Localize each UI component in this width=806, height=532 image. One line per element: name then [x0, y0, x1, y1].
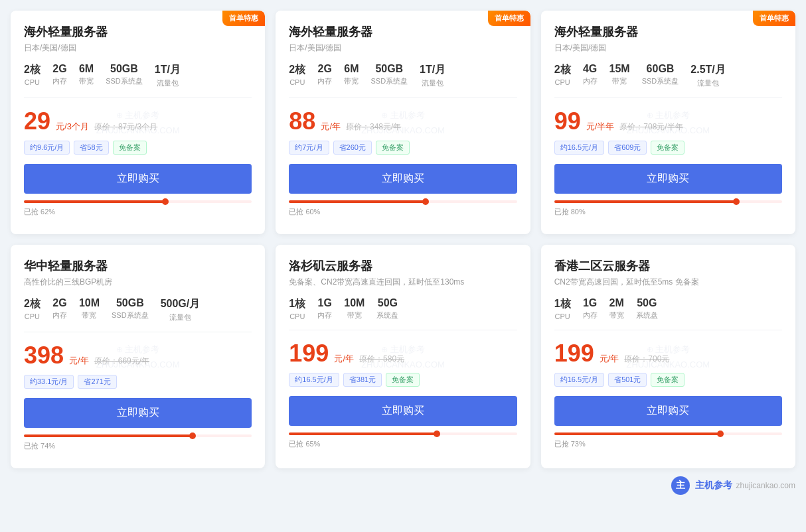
spec-label-3-0: CPU: [554, 78, 570, 86]
progress-container-4: 已抢 74%: [24, 434, 252, 451]
tag-5-1: 省381元: [343, 373, 382, 387]
spec-item-3-0: 2核 CPU: [554, 63, 571, 88]
spec-item-1-0: 2核 CPU: [24, 63, 40, 88]
spec-value-6-2: 2M: [609, 297, 624, 309]
progress-label-1: 已抢 62%: [24, 207, 252, 217]
spec-value-3-1: 4G: [583, 63, 597, 75]
progress-container-5: 已抢 65%: [289, 432, 517, 449]
spec-label-2-0: CPU: [289, 78, 305, 86]
spec-item-6-0: 1核 CPU: [554, 297, 571, 320]
spec-label-4-0: CPU: [25, 312, 40, 320]
tags-row-1: 约9.6元/月省58元免备案: [24, 141, 252, 155]
spec-item-4-2: 10M 带宽: [79, 297, 100, 322]
tag-3-2: 免备案: [651, 141, 685, 155]
tags-row-5: 约16.5元/月省381元免备案: [289, 373, 517, 387]
price-main-5: 199: [289, 340, 329, 367]
progress-fill-2: [289, 200, 426, 203]
spec-label-6-0: CPU: [554, 312, 570, 320]
tag-3-0: 约16.5元/月: [554, 141, 604, 155]
spec-label-3-4: 流量包: [697, 78, 719, 88]
specs-row-3: 2核 CPU 4G 内存 15M 带宽 60GB SSD系统盘 2.5T/月 流…: [554, 63, 782, 88]
card-subtitle-6: CN2带宽高速回国，延时低至5ms 免备案: [554, 277, 782, 288]
price-main-1: 29: [24, 107, 50, 135]
price-main-2: 88: [289, 107, 315, 135]
price-row-1: 29 元/3个月 原价：87元/3个月: [24, 107, 252, 135]
spec-item-3-2: 15M 带宽: [609, 63, 630, 88]
spec-value-5-3: 50G: [378, 297, 398, 309]
buy-button-2[interactable]: 立即购买: [289, 164, 517, 194]
progress-container-6: 已抢 73%: [554, 432, 782, 449]
spec-label-6-3: 系统盘: [636, 310, 658, 320]
tags-row-6: 约16.5元/月省501元免备案: [554, 373, 782, 387]
spec-item-5-3: 50G 系统盘: [376, 297, 398, 320]
spec-item-3-3: 60GB SSD系统盘: [642, 63, 679, 88]
spec-item-2-1: 2G 内存: [317, 63, 332, 88]
spec-item-1-2: 6M 带宽: [79, 63, 94, 88]
price-unit-3: 元/半年: [586, 121, 615, 133]
price-original-6: 原价：700元: [624, 354, 669, 365]
card-title-6: 香港二区云服务器: [554, 258, 782, 274]
spec-label-1-4: 流量包: [157, 78, 179, 88]
spec-value-5-1: 1G: [318, 297, 332, 309]
tag-2-0: 约7元/月: [289, 141, 329, 155]
specs-row-1: 2核 CPU 2G 内存 6M 带宽 50GB SSD系统盘 1T/月 流量包: [24, 63, 252, 88]
product-card-6: 香港二区云服务器 CN2带宽高速回国，延时低至5ms 免备案 1核 CPU 1G…: [541, 245, 795, 468]
progress-dot-1: [162, 198, 169, 205]
spec-value-4-2: 10M: [79, 297, 100, 309]
spec-value-2-3: 50GB: [375, 63, 403, 75]
spec-value-1-0: 2核: [24, 63, 40, 77]
spec-label-6-2: 带宽: [609, 310, 624, 320]
spec-value-3-0: 2核: [554, 63, 571, 77]
product-card-5: 洛杉矶云服务器 免备案、CN2带宽高速直连回国，延时低至130ms 1核 CPU…: [276, 245, 530, 468]
price-unit-1: 元/3个月: [56, 121, 89, 133]
buy-button-3[interactable]: 立即购买: [554, 164, 782, 194]
spec-label-2-4: 流量包: [422, 78, 443, 88]
spec-item-1-3: 50GB SSD系统盘: [106, 63, 143, 88]
tag-2-1: 省260元: [333, 141, 372, 155]
spec-label-5-0: CPU: [289, 312, 305, 320]
progress-label-3: 已抢 80%: [554, 207, 782, 217]
buy-button-6[interactable]: 立即购买: [554, 396, 782, 426]
spec-item-6-3: 50G 系统盘: [636, 297, 658, 320]
card-subtitle-5: 免备案、CN2带宽高速直连回国，延时低至130ms: [289, 277, 517, 288]
spec-item-2-4: 1T/月 流量包: [420, 63, 445, 88]
spec-label-3-1: 内存: [583, 76, 598, 86]
price-row-4: 398 元/年 原价：669元/年: [24, 342, 252, 369]
spec-item-4-4: 500G/月 流量包: [161, 297, 201, 322]
spec-value-1-1: 2G: [52, 63, 66, 75]
spec-value-2-1: 2G: [318, 63, 332, 75]
spec-item-5-1: 1G 内存: [317, 297, 332, 320]
product-card-2: 首单特惠 海外轻量服务器 日本/美国/德国 2核 CPU 2G 内存 6M 带宽…: [276, 11, 530, 234]
progress-track-3: [554, 200, 782, 203]
card-title-2: 海外轻量服务器: [289, 24, 517, 40]
tag-6-1: 省501元: [608, 373, 647, 387]
progress-dot-6: [717, 431, 724, 437]
buy-button-4[interactable]: 立即购买: [24, 398, 252, 428]
spec-label-4-3: SSD系统盘: [112, 310, 149, 320]
price-unit-6: 元/年: [600, 353, 619, 365]
spec-label-6-1: 内存: [583, 310, 598, 320]
progress-track-4: [24, 434, 252, 437]
spec-value-6-3: 50G: [637, 297, 657, 309]
spec-item-2-0: 2核 CPU: [289, 63, 305, 88]
price-row-6: 199 元/年 原价：700元: [554, 340, 782, 367]
buy-button-1[interactable]: 立即购买: [24, 164, 252, 194]
progress-fill-4: [24, 434, 193, 437]
specs-row-4: 2核 CPU 2G 内存 10M 带宽 50GB SSD系统盘 500G/月 流…: [24, 297, 252, 322]
spec-label-3-2: 带宽: [612, 76, 627, 86]
card-subtitle-2: 日本/美国/德国: [289, 42, 517, 54]
footer-url: zhujicankao.com: [736, 481, 795, 490]
buy-button-5[interactable]: 立即购买: [289, 396, 517, 426]
spec-value-3-3: 60GB: [647, 63, 675, 75]
price-unit-4: 元/年: [69, 355, 89, 367]
badge-2: 首单特惠: [488, 11, 530, 26]
spec-value-6-1: 1G: [583, 297, 597, 309]
tag-1-1: 省58元: [74, 141, 108, 155]
card-subtitle-3: 日本/美国/德国: [554, 42, 782, 54]
badge-3: 首单特惠: [753, 11, 795, 26]
footer-logo-text: 主机参考 zhujicankao.com: [695, 480, 795, 492]
spec-value-2-2: 6M: [344, 63, 359, 75]
spec-label-1-1: 内存: [52, 76, 67, 86]
tag-4-0: 约33.1元/月: [24, 375, 74, 389]
price-unit-5: 元/年: [334, 353, 354, 365]
